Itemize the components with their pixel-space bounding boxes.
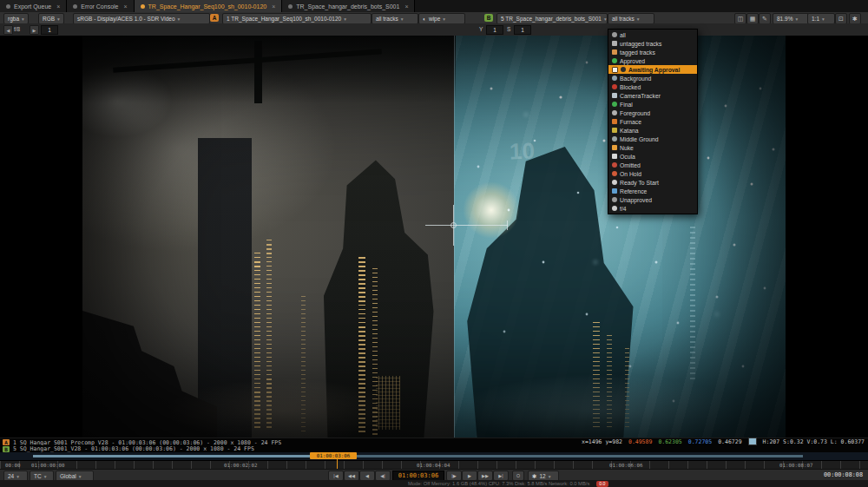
tab-icon bbox=[6, 4, 10, 9]
cache-bar-loaded bbox=[33, 455, 339, 457]
tab-close-icon[interactable]: × bbox=[404, 3, 408, 10]
tag-menu-item-awaiting-approval[interactable]: Awaiting Approval bbox=[608, 65, 697, 74]
tag-menu-item-tagged[interactable]: tagged tracks bbox=[608, 48, 697, 56]
menu-item-label: f/4 bbox=[620, 206, 627, 212]
tag-menu-item-approved[interactable]: Approved bbox=[608, 56, 697, 65]
menu-item-label: Blocked bbox=[620, 84, 641, 90]
menu-item-label: Unapproved bbox=[620, 197, 652, 203]
gamma-value-field[interactable]: 1 bbox=[486, 25, 503, 35]
tag-menu-item-background[interactable]: Background bbox=[608, 74, 697, 82]
tag-menu-item-untagged[interactable]: untagged tracks bbox=[608, 39, 697, 48]
foreground-tag-icon bbox=[612, 110, 617, 115]
menu-item-label: Final bbox=[620, 102, 633, 108]
pixel-hsvl-values: H:207 S:0.32 V:0.73 L: 0.60377 bbox=[763, 438, 865, 445]
tag-menu-item-aperture[interactable]: f/4 bbox=[608, 204, 697, 213]
a-tracks-value: all tracks bbox=[376, 16, 398, 22]
wipe-handle-horizontal-line[interactable] bbox=[425, 225, 508, 226]
viewer-toolbar: rgba ▾ RGB ▾ sRGB - Display/ACES 1.0 - S… bbox=[0, 12, 868, 24]
tag-menu-item-unapproved[interactable]: Unapproved bbox=[608, 195, 697, 204]
tag-menu-item-katana[interactable]: Katana bbox=[608, 126, 697, 135]
tab-close-icon[interactable]: × bbox=[56, 3, 60, 10]
tag-menu-item-omitted[interactable]: Omitted bbox=[608, 161, 697, 169]
chevron-down-icon: ▾ bbox=[344, 16, 346, 22]
gamma-label: Y bbox=[479, 26, 483, 32]
clock-icon bbox=[621, 67, 626, 72]
status-bar: Mode: Off Memory: 1.6 GB (48.4%) CPU: 7.… bbox=[0, 480, 868, 487]
dropped-frames-alert-badge: 0.0 bbox=[596, 481, 608, 487]
katana-icon bbox=[612, 128, 617, 133]
display-mode-value: RGB bbox=[43, 16, 55, 22]
ruler-label: 01:00:02:02 bbox=[224, 463, 257, 468]
pixel-red-value: 0.49589 bbox=[628, 438, 652, 445]
wipe-boundary-line[interactable] bbox=[454, 36, 455, 438]
tab-export-queue[interactable]: Export Queue × bbox=[0, 0, 67, 12]
menu-item-label: Ready To Start bbox=[620, 180, 659, 186]
b-clip-info-text: 5 SQ_Hangar_S001_V28 - 01:00:03:06 (00:0… bbox=[13, 445, 254, 452]
tag-menu-item-on-hold[interactable]: On Hold bbox=[608, 169, 697, 178]
chevron-down-icon: ▾ bbox=[604, 16, 607, 22]
chevron-down-icon: ▾ bbox=[549, 474, 551, 479]
gain-value-field[interactable]: 1 bbox=[41, 25, 58, 35]
tab-label: Export Queue bbox=[14, 3, 51, 10]
wipe-handle-tick[interactable] bbox=[507, 220, 508, 230]
b-info-badge: B bbox=[3, 446, 10, 452]
playhead-timecode-chip[interactable]: 01:00:03:06 bbox=[310, 452, 357, 459]
viewer-canvas[interactable]: 10 bbox=[0, 36, 868, 438]
tab-close-icon[interactable]: × bbox=[272, 3, 275, 10]
a-source-value: 1 TR_Space_Hangar_Seq100_sh_0010-0120 bbox=[227, 16, 341, 22]
application-window: Export Queue × Error Console × TR_Space_… bbox=[0, 0, 868, 487]
chevron-down-icon: ▾ bbox=[401, 16, 404, 22]
range-mode-value: Global bbox=[60, 473, 76, 479]
pixel-color-swatch bbox=[748, 438, 757, 445]
menu-item-label: CameraTracker bbox=[620, 93, 661, 99]
tab-error-console[interactable]: Error Console × bbox=[67, 0, 134, 12]
timeline-scrub-strip[interactable] bbox=[0, 452, 868, 460]
unapproved-icon bbox=[612, 197, 617, 202]
wipe-icon: ◐ bbox=[423, 16, 426, 22]
saturation-value-field[interactable]: 1 bbox=[514, 25, 531, 35]
menu-item-label: Reference bbox=[620, 188, 647, 194]
tab-label: Error Console bbox=[81, 3, 118, 10]
transport-bar: 24 ▾ TC ▾ Global ▾ |◀ ◀◀ ◀ ◀| 01:00:03:0… bbox=[0, 469, 868, 481]
tag-menu-item-cameratracker[interactable]: CameraTracker bbox=[608, 91, 697, 100]
on-hold-icon bbox=[612, 171, 617, 176]
approved-check-icon bbox=[612, 58, 617, 63]
menu-item-label: Ocula bbox=[620, 154, 635, 160]
fps-value: 24 bbox=[8, 473, 14, 479]
middle-ground-tag-icon bbox=[612, 136, 617, 141]
pixel-alpha-value: 0.46729 bbox=[718, 438, 741, 445]
tab-viewer-active[interactable]: TR_Space_Hangar_Seq100_sh_0010-0120 × bbox=[135, 0, 283, 12]
frame-step-value: 12 bbox=[539, 473, 545, 479]
menu-item-label: Foreground bbox=[620, 110, 650, 116]
menu-item-label: Omitted bbox=[620, 162, 641, 168]
chevron-down-icon: ▾ bbox=[637, 16, 640, 22]
tag-menu-item-ocula[interactable]: Ocula bbox=[608, 152, 697, 161]
tag-menu-item-ready-to-start[interactable]: Ready To Start bbox=[608, 178, 697, 187]
tag-menu-item-middle-ground[interactable]: Middle Ground bbox=[608, 135, 697, 143]
channels-value: rgba bbox=[8, 16, 19, 22]
saturation-label: S bbox=[507, 26, 510, 32]
tag-menu-item-reference[interactable]: Reference bbox=[608, 187, 697, 195]
colorspace-value: sRGB - Display/ACES 1.0 - SDR Video bbox=[77, 16, 175, 22]
b-clip-info-bar: B 5 SQ_Hangar_S001_V28 - 01:00:03:06 (00… bbox=[0, 445, 868, 452]
chevron-down-icon: ▾ bbox=[44, 474, 47, 479]
wipe-handle-center[interactable] bbox=[450, 222, 457, 228]
tag-menu-item-blocked[interactable]: Blocked bbox=[608, 82, 697, 91]
tab-sequence[interactable]: TR_Space_hangar_debris_bots_S001 × bbox=[282, 0, 415, 12]
tag-menu-item-all[interactable]: all bbox=[608, 30, 697, 39]
menu-item-label: Approved bbox=[620, 58, 645, 64]
menu-item-label: all bbox=[620, 32, 626, 38]
proxy-ratio-value: 1:1 bbox=[812, 16, 819, 22]
tag-menu-item-foreground[interactable]: Foreground bbox=[608, 109, 697, 117]
gain-decrease-button[interactable]: ◀ bbox=[3, 25, 13, 35]
tag-menu-item-nuke[interactable]: Nuke bbox=[608, 143, 697, 152]
gain-increase-button[interactable]: ▶ bbox=[30, 25, 39, 35]
ready-icon bbox=[612, 180, 617, 185]
chevron-down-icon: ▾ bbox=[443, 16, 445, 22]
tag-menu-item-furnace[interactable]: Furnace bbox=[608, 117, 697, 126]
a-info-badge: A bbox=[3, 439, 10, 445]
tab-bar: Export Queue × Error Console × TR_Space_… bbox=[0, 0, 868, 13]
tag-menu-item-final[interactable]: Final bbox=[608, 100, 697, 109]
tab-close-icon[interactable]: × bbox=[123, 3, 127, 10]
ruler-label: 01:00:06:06 bbox=[609, 463, 642, 468]
